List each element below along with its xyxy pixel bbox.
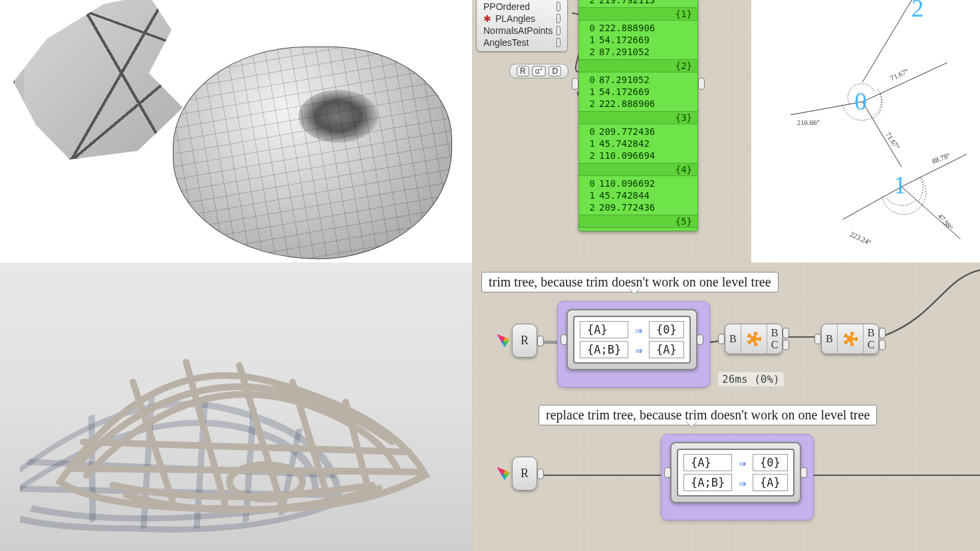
arrow-right-icon: ⇒ bbox=[635, 343, 642, 357]
angle-label: 71.67° bbox=[884, 131, 902, 151]
anchor-2: 2 bbox=[912, 0, 924, 22]
brep-label: R bbox=[521, 467, 529, 481]
brep-label: R bbox=[521, 334, 529, 348]
scribble-note-1[interactable]: trim tree, because trim doesn't work on … bbox=[481, 272, 779, 292]
deg-degrees-button[interactable]: α° bbox=[532, 66, 547, 76]
path-rules-panel[interactable]: {A} ⇒ {0} {A;B} ⇒ {A} bbox=[677, 449, 795, 496]
grasshopper-canvas-trimtree[interactable]: trim tree, because trim doesn't work on … bbox=[472, 263, 980, 551]
rendered-lattice-viewport bbox=[0, 263, 472, 551]
path-rules-panel[interactable]: {A} ⇒ {0} {A;B} ⇒ {A} bbox=[573, 316, 691, 364]
explode-icon bbox=[747, 332, 761, 346]
data-panel[interactable]: 173.169885 2219.792113 {1}0222.888906154… bbox=[578, 0, 698, 231]
ports-out: BC bbox=[767, 324, 783, 354]
explode-tree-component-2[interactable]: B BC bbox=[821, 324, 879, 354]
param-output-grip[interactable] bbox=[556, 2, 560, 11]
comp-output-grip[interactable] bbox=[697, 334, 703, 345]
path-src: {A} bbox=[683, 454, 732, 471]
param-label: PPOrdered bbox=[483, 1, 530, 12]
param-output-grip[interactable] bbox=[556, 38, 560, 47]
data-item: 0222.888906 bbox=[579, 22, 697, 34]
comp-input-grip[interactable] bbox=[560, 334, 567, 345]
data-item: 154.172669 bbox=[579, 86, 697, 98]
comp-output-grip[interactable] bbox=[879, 340, 886, 350]
param-plangles[interactable]: ✱ PLAngles bbox=[483, 13, 560, 25]
svg-line-3 bbox=[862, 102, 902, 167]
panel-output-grip[interactable] bbox=[698, 78, 705, 90]
data-item: 087.291052 bbox=[579, 74, 697, 86]
ports-in: B bbox=[725, 324, 741, 354]
svg-line-6 bbox=[902, 187, 960, 239]
data-item: 2219.792113 bbox=[579, 0, 697, 6]
anchor-0: 0 bbox=[854, 88, 867, 115]
anchor-1: 1 bbox=[894, 171, 906, 199]
panel-input-grip[interactable] bbox=[572, 78, 578, 90]
param-label: NormalsAtPoints bbox=[483, 25, 552, 36]
comp-output-grip[interactable] bbox=[879, 328, 886, 338]
angle-label: 216.66° bbox=[797, 118, 820, 126]
param-output-grip[interactable] bbox=[537, 336, 544, 346]
ports-in: B bbox=[822, 324, 838, 354]
arrow-right-icon: ⇒ bbox=[739, 456, 746, 470]
angle-label: 71.67° bbox=[889, 67, 910, 82]
path-mapper-2[interactable]: {A} ⇒ {0} {A;B} ⇒ {A} bbox=[670, 442, 801, 503]
data-item: 0209.772436 bbox=[579, 126, 697, 138]
data-item: 287.291052 bbox=[579, 46, 697, 58]
scribble-text: trim tree, because trim doesn't work on … bbox=[489, 275, 771, 289]
deg-d-button[interactable]: D bbox=[549, 66, 561, 76]
path-src: {A;B} bbox=[580, 341, 628, 358]
comp-output-grip[interactable] bbox=[783, 340, 789, 350]
subd-mesh-torus bbox=[173, 47, 452, 259]
param-ppordered[interactable]: PPOrdered bbox=[483, 1, 560, 13]
comp-input-grip[interactable] bbox=[814, 334, 821, 344]
viewport-meshes bbox=[0, 0, 472, 263]
degrees-component[interactable]: R α° D bbox=[509, 64, 568, 78]
param-output-grip[interactable] bbox=[537, 469, 544, 479]
branch-header: {5} bbox=[579, 215, 697, 228]
data-item: 145.742842 bbox=[579, 138, 697, 150]
param-container[interactable]: PPOrdered ✱ PLAngles NormalsAtPoints Ang… bbox=[476, 0, 568, 52]
param-normalsatpoints[interactable]: NormalsAtPoints bbox=[483, 25, 560, 37]
data-item: 0110.096692 bbox=[579, 177, 697, 189]
svg-line-4 bbox=[843, 187, 902, 219]
path-src: {A;B} bbox=[683, 474, 732, 491]
data-item: 2110.096694 bbox=[579, 150, 697, 162]
branch-header: {2} bbox=[579, 59, 697, 72]
angle-label: 88.78° bbox=[931, 151, 951, 165]
brep-param-input-2[interactable]: R bbox=[512, 457, 537, 491]
angle-diagram: 2 0 216.66° 71.67° 71.67° 1 223.24° 88.7… bbox=[751, 0, 980, 263]
profiler-readout: 26ms (0%) bbox=[718, 372, 784, 386]
comp-output-grip[interactable] bbox=[783, 328, 789, 338]
param-anglestest[interactable]: AnglesTest bbox=[483, 37, 560, 49]
path-dst: {0} bbox=[753, 454, 788, 471]
scribble-tail-icon bbox=[628, 288, 640, 300]
data-item: 2222.888906 bbox=[579, 98, 697, 110]
branch-header: {3} bbox=[579, 111, 697, 124]
param-label: PLAngles bbox=[495, 13, 535, 24]
scribble-note-2[interactable]: replace trim tree, because trim doesn't … bbox=[539, 405, 877, 425]
comp-input-grip[interactable] bbox=[718, 334, 725, 344]
explode-icon bbox=[843, 332, 858, 346]
param-output-grip[interactable] bbox=[556, 14, 560, 23]
svg-line-1 bbox=[791, 102, 862, 115]
path-dst: {0} bbox=[649, 321, 684, 338]
scribble-tail-icon bbox=[685, 421, 697, 433]
angle-label: 47.98° bbox=[937, 212, 955, 232]
arrow-right-icon: ⇒ bbox=[635, 323, 642, 337]
data-item: 2209.772436 bbox=[579, 201, 697, 213]
ports-out: BC bbox=[863, 324, 879, 354]
path-dst: {A} bbox=[649, 341, 684, 358]
explode-tree-component-1[interactable]: B BC bbox=[725, 324, 783, 354]
data-item: 154.172669 bbox=[579, 34, 697, 46]
path-mapper-1[interactable]: {A} ⇒ {0} {A;B} ⇒ {A} bbox=[566, 309, 697, 370]
deg-radians-button[interactable]: R bbox=[517, 66, 529, 76]
param-label: AnglesTest bbox=[483, 37, 529, 48]
scribble-text: replace trim tree, because trim doesn't … bbox=[546, 407, 870, 422]
grasshopper-canvas-data[interactable]: PPOrdered ✱ PLAngles NormalsAtPoints Ang… bbox=[472, 0, 980, 263]
comp-output-grip[interactable] bbox=[800, 467, 807, 478]
param-output-grip[interactable] bbox=[556, 26, 560, 35]
branch-header: {1} bbox=[579, 7, 697, 21]
brep-param-input-1[interactable]: R bbox=[512, 324, 537, 358]
comp-input-grip[interactable] bbox=[664, 467, 671, 478]
branch-header: {4} bbox=[579, 163, 697, 176]
lattice-shell bbox=[20, 309, 445, 535]
